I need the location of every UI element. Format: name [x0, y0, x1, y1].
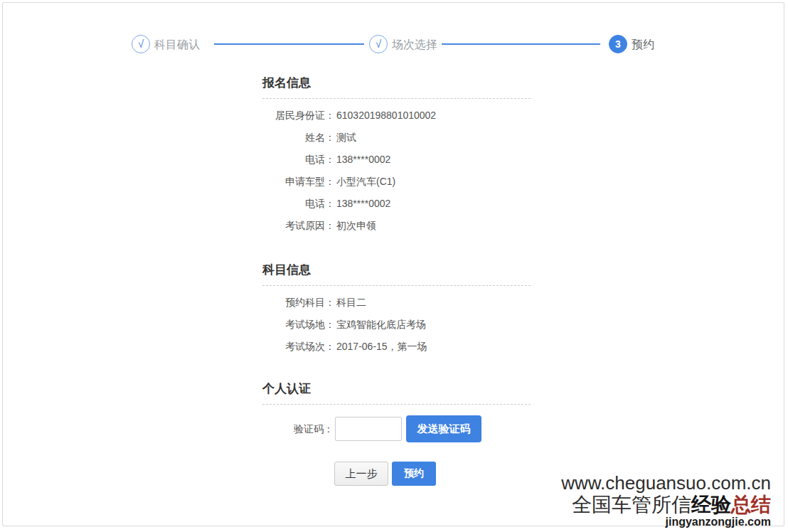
field-label: 电话：: [262, 149, 335, 171]
verification-code-input[interactable]: [335, 417, 402, 441]
field-value: 2017-06-15，第一场: [335, 341, 427, 352]
field-value: 138****0002: [335, 154, 390, 165]
step-connector-1: [214, 43, 364, 45]
watermark-brand: 全国车管所信经验总结: [561, 494, 771, 516]
verification-code-row: 验证码：发送验证码: [262, 415, 481, 444]
watermark: www.cheguansuo.com.cn 全国车管所信经验总结 jingyan…: [561, 472, 771, 528]
field-label: 姓名：: [262, 127, 335, 149]
registration-section: 报名信息 居民身份证：610320198801010002 姓名：测试 电话：1…: [262, 75, 531, 237]
section-divider: [262, 404, 531, 405]
subject-rows: 预约科目：科目二 考试场地：宝鸡智能化底店考场 考试场次：2017-06-15，…: [262, 286, 531, 358]
field-value: 宝鸡智能化底店考场: [335, 319, 426, 330]
appointment-panel: √ 科目确认 √ 场次选择 3 预约 报名信息 居民身份证：6103201988…: [2, 2, 784, 526]
step-connector-2: [442, 43, 600, 45]
field-label: 考试场地：: [262, 314, 335, 336]
watermark-brand-black: 经验: [691, 494, 731, 516]
field-label: 预约科目：: [262, 292, 335, 314]
step-3-label: 预约: [632, 37, 654, 52]
field-value: 测试: [335, 132, 356, 143]
step-1-check-icon: √: [132, 35, 150, 53]
info-row: 电话：138****0002: [262, 149, 531, 171]
field-label: 考试场次：: [262, 336, 335, 358]
watermark-domain: jingyanzongjie.com: [561, 516, 771, 528]
field-value: 科目二: [335, 297, 366, 308]
submit-reservation-button[interactable]: 预约: [392, 462, 436, 486]
subject-section-title: 科目信息: [262, 262, 531, 279]
prev-step-button[interactable]: 上一步: [334, 462, 388, 486]
info-row: 考试场地：宝鸡智能化底店考场: [262, 314, 531, 336]
verification-section-title: 个人认证: [262, 381, 531, 398]
field-label: 申请车型：: [262, 171, 335, 193]
info-row: 考试场次：2017-06-15，第一场: [262, 336, 531, 358]
field-label: 考试原因：: [262, 215, 335, 237]
info-row: 居民身份证：610320198801010002: [262, 105, 531, 127]
watermark-brand-prefix: 全国车管所信: [572, 494, 691, 516]
verification-code-label: 验证码：: [262, 415, 334, 442]
info-row: 预约科目：科目二: [262, 292, 531, 314]
verification-section: 个人认证: [262, 381, 531, 405]
action-buttons: 上一步预约: [334, 462, 436, 486]
info-row: 申请车型：小型汽车(C1): [262, 171, 531, 193]
step-2-label: 场次选择: [392, 37, 437, 52]
field-value: 初次申领: [335, 220, 376, 231]
step-2-check-icon: √: [369, 35, 388, 53]
watermark-brand-red: 总结: [731, 494, 771, 516]
step-1-label: 科目确认: [154, 37, 200, 52]
field-label: 居民身份证：: [262, 105, 335, 127]
subject-section: 科目信息 预约科目：科目二 考试场地：宝鸡智能化底店考场 考试场次：2017-0…: [262, 262, 531, 358]
info-row: 电话：138****0002: [262, 193, 531, 215]
registration-section-title: 报名信息: [262, 75, 531, 92]
send-code-button[interactable]: 发送验证码: [406, 415, 481, 442]
field-value: 610320198801010002: [335, 110, 436, 121]
info-row: 考试原因：初次申领: [262, 215, 531, 237]
field-value: 138****0002: [335, 198, 390, 209]
watermark-url: www.cheguansuo.com.cn: [561, 472, 771, 494]
registration-rows: 居民身份证：610320198801010002 姓名：测试 电话：138***…: [262, 99, 531, 237]
field-value: 小型汽车(C1): [335, 176, 395, 187]
info-row: 姓名：测试: [262, 127, 531, 149]
step-3-badge: 3: [609, 35, 627, 53]
field-label: 电话：: [262, 193, 335, 215]
